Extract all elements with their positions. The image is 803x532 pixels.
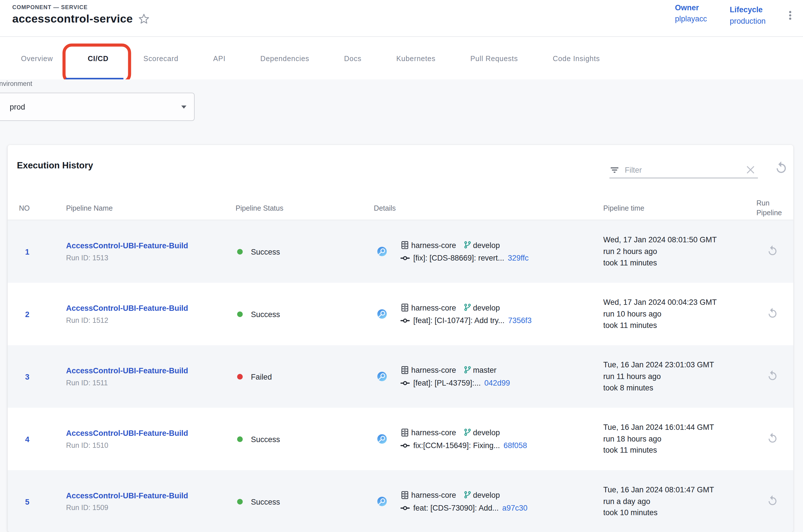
environment-select[interactable]: prod <box>0 93 195 121</box>
chevron-down-icon <box>181 105 187 109</box>
git-commit-icon <box>400 316 409 325</box>
tab-label: Kubernetes <box>396 54 436 62</box>
tab-label: API <box>213 54 226 62</box>
branch-name: develop <box>473 241 500 249</box>
owner-label: Owner <box>675 3 707 12</box>
column-header-pipeline-status: Pipeline Status <box>236 204 374 212</box>
clear-filter-button[interactable] <box>746 166 755 174</box>
time-absolute: Tue, 16 Jan 2024 08:01:47 GMT <box>603 484 749 495</box>
status-dot <box>237 249 243 254</box>
replay-icon <box>767 245 779 256</box>
tab-docs[interactable]: Docs <box>327 37 379 79</box>
commit-hash-link[interactable]: 7356f3 <box>508 316 532 325</box>
more-options-button[interactable] <box>784 9 797 22</box>
status-label: Success <box>251 247 280 256</box>
git-branch-icon <box>463 241 472 249</box>
repository-icon <box>400 241 409 249</box>
commit-hash-link[interactable]: 68f058 <box>504 441 527 450</box>
time-relative: run 2 hours ago <box>603 246 749 257</box>
pipeline-name-cell: AccessControl-UBI-Feature-Build Run ID: … <box>66 366 236 387</box>
repository-icon <box>400 303 409 312</box>
details-cell: harness-core develop fix:[CCM-15649]: Fi… <box>374 428 603 450</box>
pipeline-time-cell: Tue, 16 Jan 2024 16:01:44 GMT run 18 hou… <box>603 421 749 456</box>
commit-message: feat: [CDS-73090]: Add... <box>413 504 498 512</box>
column-header-no: NO <box>19 204 66 212</box>
details-lines: harness-core develop feat: [CDS-73090]: … <box>400 490 527 512</box>
pipeline-name-link[interactable]: AccessControl-UBI-Feature-Build <box>66 304 236 312</box>
harness-logo-icon <box>376 308 387 319</box>
owner-link[interactable]: plplayacc <box>675 14 707 23</box>
tab-ci-cd[interactable]: CI/CD <box>71 37 126 79</box>
git-branch-icon <box>463 491 472 499</box>
status-dot <box>237 311 243 317</box>
lifecycle-label: Lifecycle <box>730 5 766 14</box>
time-relative: run a day ago <box>603 496 749 507</box>
repository-icon <box>400 428 409 437</box>
refresh-button[interactable] <box>774 161 788 175</box>
pipeline-name-cell: AccessControl-UBI-Feature-Build Run ID: … <box>66 429 236 449</box>
repo-name: harness-core <box>411 428 456 437</box>
table-row: 3 AccessControl-UBI-Feature-Build Run ID… <box>8 345 793 408</box>
row-number: 2 <box>19 310 66 319</box>
tab-kubernetes[interactable]: Kubernetes <box>379 37 453 79</box>
time-relative: run 18 hours ago <box>603 433 749 445</box>
pipeline-status-cell: Failed <box>236 372 374 381</box>
commit-hash-link[interactable]: 042d99 <box>484 378 510 387</box>
git-commit-icon <box>400 253 409 262</box>
tab-label: Docs <box>344 54 362 62</box>
commit-line: [fix]: [CDS-88669]: revert... 329ffc <box>400 253 529 262</box>
harness-logo-icon <box>376 433 387 444</box>
run-pipeline-button[interactable] <box>767 245 779 256</box>
run-pipeline-button[interactable] <box>767 369 779 381</box>
commit-hash-link[interactable]: a97c30 <box>502 504 527 512</box>
pipeline-name-link[interactable]: AccessControl-UBI-Feature-Build <box>66 491 236 500</box>
pipeline-name-link[interactable]: AccessControl-UBI-Feature-Build <box>66 366 236 375</box>
tab-label: Code Insights <box>553 54 600 62</box>
details-lines: harness-core master [feat]: [PL-43759]:.… <box>400 365 510 387</box>
run-pipeline-button[interactable] <box>767 307 779 319</box>
run-id: Run ID: 1512 <box>66 316 236 324</box>
table-row: 4 AccessControl-UBI-Feature-Build Run ID… <box>8 408 793 470</box>
tab-code-insights[interactable]: Code Insights <box>535 37 617 79</box>
tab-scorecard[interactable]: Scorecard <box>126 37 196 79</box>
pipeline-name-link[interactable]: AccessControl-UBI-Feature-Build <box>66 429 236 438</box>
details-lines: harness-core develop [fix]: [CDS-88669]:… <box>400 241 529 263</box>
pipeline-name-cell: AccessControl-UBI-Feature-Build Run ID: … <box>66 241 236 262</box>
commit-hash-link[interactable]: 329ffc <box>508 253 529 262</box>
run-pipeline-cell <box>749 432 793 446</box>
replay-icon <box>767 307 779 319</box>
table-body: 1 AccessControl-UBI-Feature-Build Run ID… <box>8 220 793 532</box>
repo-name: harness-core <box>411 490 456 499</box>
tab-dependencies[interactable]: Dependencies <box>243 37 326 79</box>
table-row: 2 AccessControl-UBI-Feature-Build Run ID… <box>8 283 793 345</box>
time-absolute: Tue, 16 Jan 2024 23:01:03 GMT <box>603 359 749 370</box>
pipeline-name-cell: AccessControl-UBI-Feature-Build Run ID: … <box>66 491 236 512</box>
run-pipeline-button[interactable] <box>767 495 779 506</box>
time-relative: run 11 hours ago <box>603 371 749 382</box>
pipeline-status-cell: Success <box>236 247 374 256</box>
filter-input[interactable] <box>620 166 746 174</box>
git-commit-icon <box>400 441 409 450</box>
run-pipeline-cell <box>749 307 793 321</box>
branch-name: develop <box>473 303 500 312</box>
pipeline-status-cell: Success <box>236 435 374 443</box>
row-number: 1 <box>19 247 66 256</box>
app-window: COMPONENT — SERVICE accesscontrol-servic… <box>0 0 803 532</box>
column-header-pipeline-time: Pipeline time <box>603 204 749 212</box>
commit-message: [feat]: [CI-10747]: Add try... <box>413 316 504 325</box>
tab-api[interactable]: API <box>196 37 243 79</box>
table-header-row: NO Pipeline Name Pipeline Status Details… <box>8 196 793 220</box>
column-header-pipeline-name: Pipeline Name <box>66 204 236 212</box>
run-pipeline-button[interactable] <box>767 432 779 444</box>
commit-line: feat: [CDS-73090]: Add... a97c30 <box>400 503 527 512</box>
git-branch-icon <box>463 428 472 436</box>
git-commit-icon <box>400 503 409 512</box>
time-absolute: Tue, 16 Jan 2024 16:01:44 GMT <box>603 421 749 433</box>
tab-overview[interactable]: Overview <box>4 37 71 79</box>
time-duration: took 10 minutes <box>603 507 749 518</box>
status-label: Failed <box>251 372 272 381</box>
pipeline-name-link[interactable]: AccessControl-UBI-Feature-Build <box>66 241 236 250</box>
favorite-star-icon[interactable] <box>138 14 150 24</box>
details-cell: harness-core develop [feat]: [CI-10747]:… <box>374 303 603 325</box>
tab-pull-requests[interactable]: Pull Requests <box>453 37 535 79</box>
